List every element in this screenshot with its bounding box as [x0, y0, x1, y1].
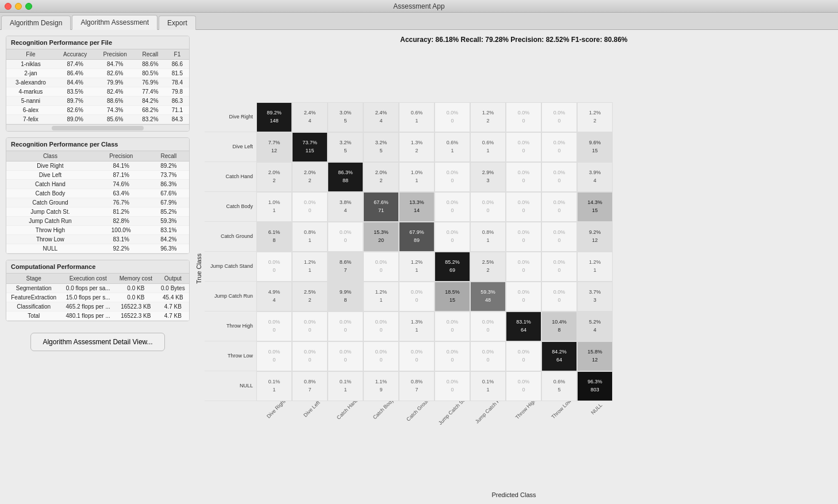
cell-pct: 85.2% [445, 259, 460, 267]
table-row: Catch Ground 76.7% 67.9% [6, 198, 189, 207]
cell-class-recall: 85.2% [148, 207, 189, 217]
table-row: 7-felix 89.0% 85.6% 83.2% 84.3 [6, 115, 189, 124]
cell-recall: 77.4% [135, 87, 166, 97]
cell-pct: 0.0% [304, 318, 316, 326]
cell-count: 0 [272, 267, 275, 275]
cell-count: 0 [451, 117, 453, 125]
cell-pct: 0.0% [518, 109, 530, 117]
cell-precision: 82.6% [95, 69, 135, 78]
cell-pct: 0.0% [268, 259, 280, 267]
scrollbar-file[interactable] [6, 124, 189, 131]
matrix-with-labels: True Class Dive Right89.2%1482.4%43.0%52… [195, 48, 832, 489]
cell-class: Throw High [6, 226, 94, 235]
cell-count: 7 [415, 386, 418, 394]
class-table-container[interactable]: Class Precision Recall Dive Right 84.1% … [6, 151, 189, 253]
matrix-row-label: Throw High [205, 311, 256, 341]
recognition-per-class-title: Recognition Performance per Class [6, 138, 189, 151]
main-content: Recognition Performance per File File Ac… [0, 30, 838, 504]
cell-class-recall: 89.2% [148, 161, 189, 171]
matrix-cell: 73.7%115 [292, 132, 328, 162]
cell-pct: 0.0% [375, 348, 387, 356]
cell-count: 2 [415, 147, 418, 155]
cell-pct: 1.2% [411, 259, 423, 267]
cell-count: 0 [344, 326, 347, 334]
matrix-cell: 3.9%4 [577, 162, 613, 192]
cell-pct: 1.3% [411, 318, 423, 326]
cell-execution: 15.0 flops per s... [61, 293, 115, 302]
matrix-col-label: Throw Low [541, 401, 577, 436]
matrix-cell: 1.2%1 [399, 252, 435, 282]
cell-count: 2 [486, 117, 489, 125]
close-button[interactable] [5, 3, 11, 10]
cell-count: 8 [272, 237, 275, 245]
cell-precision: 85.6% [95, 115, 135, 124]
cell-stage: Total [6, 311, 61, 321]
cell-output: 4.7 KB [157, 311, 189, 321]
true-class-label: True Class [195, 253, 202, 284]
cell-class: Throw Low [6, 235, 94, 244]
matrix-cell: 0.0%0 [470, 311, 506, 341]
cell-count: 20 [378, 237, 384, 245]
recognition-per-class-panel: Recognition Performance per Class Class … [6, 137, 190, 254]
matrix-cell: 0.0%0 [435, 222, 470, 252]
cell-pct: 0.0% [411, 288, 423, 297]
cell-count: 2 [308, 297, 311, 305]
cell-count: 4 [593, 326, 596, 334]
cell-pct: 6.1% [268, 229, 280, 237]
cell-count: 0 [486, 326, 489, 334]
table-row: 5-nanni 89.7% 88.6% 84.2% 86.3 [6, 97, 189, 106]
matrix-row-label: NULL [205, 371, 256, 401]
cell-pct: 0.0% [447, 378, 459, 386]
matrix-cell: 0.0%0 [363, 311, 399, 341]
matrix-cell: 8.6%7 [328, 252, 363, 282]
cell-pct: 0.0% [447, 199, 459, 207]
cell-pct: 9.9% [340, 288, 352, 297]
matrix-cell: 0.0%0 [435, 341, 470, 371]
matrix-cell: 0.1%1 [470, 371, 506, 401]
matrix-cell: 89.2%148 [256, 102, 292, 132]
matrix-row-label: Catch Ground [205, 222, 256, 252]
minimize-button[interactable] [15, 3, 22, 10]
cell-count: 0 [558, 297, 560, 305]
computational-performance-title: Computational Performance [6, 260, 189, 274]
cell-pct: 0.0% [553, 229, 566, 237]
cell-f1: 71.1 [166, 106, 189, 115]
cell-count: 12 [592, 356, 598, 364]
matrix-container: True Class Dive Right89.2%1482.4%43.0%52… [195, 48, 832, 498]
cell-pct: 0.0% [340, 348, 352, 356]
matrix-cell: 0.0%0 [470, 192, 506, 222]
cell-class-recall: 83.1% [148, 226, 189, 235]
cell-pct: 86.3% [338, 169, 353, 177]
col-output: Output [157, 274, 189, 284]
matrix-cell: 0.0%0 [399, 282, 435, 311]
tab-algorithm-assessment[interactable]: Algorithm Assessment [72, 15, 157, 30]
matrix-cell: 0.6%1 [435, 132, 470, 162]
cell-count: 2 [308, 177, 311, 185]
matrix-cell: 0.0%0 [506, 371, 541, 401]
cell-pct: 0.8% [482, 229, 494, 237]
tab-export[interactable]: Export [159, 16, 196, 30]
detail-btn-container: Algorithm Assessment Detail View... [6, 333, 190, 351]
cell-accuracy: 87.4% [55, 60, 95, 69]
cell-f1: 78.4 [166, 78, 189, 87]
matrix-cell: 0.0%0 [506, 222, 541, 252]
matrix-cell: 1.2%1 [292, 252, 328, 282]
matrix-cell: 15.8%12 [577, 341, 613, 371]
matrix-cell: 0.6%5 [541, 371, 577, 401]
cell-class: Catch Ground [6, 198, 94, 207]
table-row: Jump Catch Run 82.8% 59.3% [6, 217, 189, 226]
maximize-button[interactable] [25, 3, 32, 10]
cell-pct: 1.0% [268, 199, 280, 207]
cell-pct: 10.4% [552, 318, 567, 326]
cell-count: 7 [308, 386, 311, 394]
accuracy-title: Accuracy: 86.18% Recall: 79.28% Precisio… [195, 36, 832, 44]
matrix-col-label: Catch Body [363, 401, 399, 436]
cell-count: 0 [344, 356, 347, 364]
tab-algorithm-design[interactable]: Algorithm Design [1, 16, 71, 30]
matrix-cell: 0.0%0 [435, 102, 470, 132]
cell-file: 7-felix [6, 115, 55, 124]
detail-view-button[interactable]: Algorithm Assessment Detail View... [30, 333, 164, 351]
file-table-container[interactable]: File Accuracy Precision Recall F1 1-nikl… [6, 49, 189, 124]
matrix-col-label: Jump Catch Stand [435, 401, 470, 436]
table-row: FeatureExtraction 15.0 flops per s... 0.… [6, 293, 189, 302]
